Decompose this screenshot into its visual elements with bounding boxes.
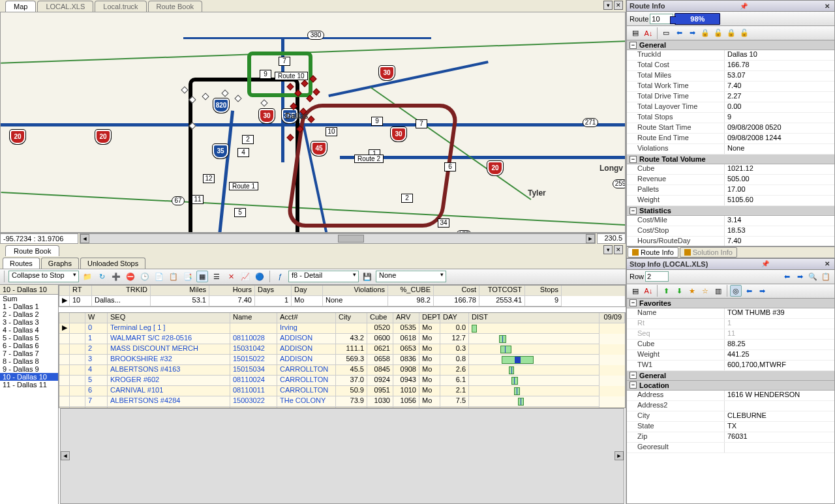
map-canvas[interactable]: 7 9 2 4 10 9 7 1 6 2 34 12 11 5 6 8 Rout… — [0, 12, 626, 233]
next-icon[interactable]: ➡ — [794, 271, 806, 282]
up-icon[interactable]: ⬆ — [660, 285, 672, 297]
col-header[interactable]: TRKID — [92, 286, 151, 296]
window-dropdown-icon[interactable]: ▾ — [603, 1, 613, 10]
close-icon[interactable]: ✕ — [823, 3, 832, 10]
save-icon[interactable]: 💾 — [361, 271, 373, 282]
table-row[interactable]: 2MASS DISCOUNT MERCH15031042ADDISON111.1… — [59, 344, 625, 355]
prop-row[interactable]: Address2 — [627, 401, 834, 411]
prop-row[interactable]: Total Layover Time0.00 — [627, 102, 834, 113]
prop-row[interactable]: Total Work Time7.40 — [627, 82, 834, 92]
lock-icon[interactable]: 🔒 — [725, 27, 737, 39]
stop-marker[interactable]: 7 — [279, 57, 290, 66]
prev-icon[interactable]: ⬅ — [781, 271, 793, 282]
down-icon[interactable]: ⬇ — [673, 285, 685, 297]
route-list-item[interactable]: 1 - Dallas 1 — [0, 303, 58, 310]
prop-section[interactable]: −Route Total Volume — [627, 155, 834, 164]
stop-marker[interactable]: 11 — [192, 195, 204, 204]
table-row[interactable]: 3BROOKSHIRE #3215015022ADDISON569.306580… — [59, 355, 625, 365]
paste-icon[interactable]: 📋 — [820, 271, 832, 282]
prop-row[interactable]: Rt1 — [627, 319, 834, 329]
search-icon[interactable]: 🔍 — [807, 271, 819, 282]
delete-icon[interactable]: ✕ — [225, 271, 237, 282]
col-header[interactable]: Cost — [434, 286, 479, 296]
close-icon[interactable]: ✕ — [614, 245, 623, 254]
collapse-select[interactable]: Collapse to Stop — [8, 271, 79, 282]
prop-row[interactable]: TW1600,1700,MTWRF — [627, 361, 834, 371]
table-row[interactable]: 5KROGER #60208110024CARROLLTON37.0092409… — [59, 376, 625, 386]
prop-row[interactable]: Seq11 — [627, 329, 834, 340]
route-list-item[interactable]: 9 - Dallas 9 — [0, 365, 58, 373]
prop-row[interactable]: ViolationsNone — [627, 144, 834, 155]
tab-route-info[interactable]: Route Info — [628, 247, 678, 258]
prop-row[interactable]: Total Cost166.78 — [627, 61, 834, 71]
lock-icon[interactable]: 🔒 — [699, 27, 711, 39]
remove-icon[interactable]: ⛔ — [125, 271, 136, 282]
prop-row[interactable]: Weight5105.60 — [627, 196, 834, 206]
prop-row[interactable]: Hours/RouteDay7.40 — [627, 237, 834, 246]
prop-row[interactable]: Route Start Time09/08/2008 0520 — [627, 123, 834, 134]
categorize-icon[interactable]: ▤ — [630, 27, 641, 39]
doc-icon[interactable]: 📄 — [153, 271, 165, 282]
prop-row[interactable]: Pallets17.00 — [627, 185, 834, 196]
route-list-item[interactable]: 10 - Dallas 10 — [0, 373, 58, 381]
route-list-item[interactable]: 11 - Dallas 11 — [0, 381, 58, 389]
summary-grid[interactable]: RTTRKIDMilesHoursDaysDayViolations%_CUBE… — [59, 285, 626, 307]
col-header[interactable]: Stops — [525, 286, 562, 296]
prop-row[interactable]: Georesult — [627, 443, 834, 453]
clock-icon[interactable]: 🕒 — [139, 271, 151, 282]
prop-section[interactable]: −Statistics — [627, 206, 834, 216]
chart-icon[interactable]: 📈 — [239, 271, 251, 282]
sort-icon[interactable]: A↓ — [643, 285, 654, 297]
prop-row[interactable]: Total Miles53.07 — [627, 71, 834, 82]
pin-icon[interactable]: 📌 — [738, 3, 750, 10]
col-header[interactable]: Day — [292, 286, 323, 296]
col-header[interactable]: Days — [255, 286, 292, 296]
report-icon[interactable]: 📑 — [182, 271, 194, 282]
close-icon[interactable]: ✕ — [823, 260, 832, 267]
page-icon[interactable]: ▭ — [660, 27, 672, 39]
tab-routebook[interactable]: Route Book — [148, 1, 202, 12]
col-header[interactable]: City — [336, 313, 367, 323]
target-icon[interactable]: ◎ — [730, 285, 742, 297]
prop-row[interactable]: Route End Time09/08/2008 1244 — [627, 134, 834, 144]
table-row[interactable]: ▶0Terminal Leg [ 1 ]Irving05200535Mo0.0 — [59, 323, 625, 334]
prop-row[interactable]: Total Stops9 — [627, 113, 834, 123]
window-dropdown-icon[interactable]: ▾ — [603, 245, 613, 254]
route-list-item[interactable]: Sum — [0, 295, 58, 303]
tab-map[interactable]: Map — [5, 1, 36, 12]
route-list-item[interactable]: 5 - Dallas 5 — [0, 334, 58, 342]
scroll-left-icon[interactable]: ◄ — [61, 451, 70, 460]
stop-marker[interactable]: 4 — [237, 148, 249, 157]
subtab-unloaded[interactable]: Unloaded Stops — [80, 258, 145, 269]
stop-marker[interactable]: 9 — [260, 70, 271, 79]
col-header[interactable]: DAY — [440, 313, 469, 323]
col-header[interactable]: %_CUBE — [388, 286, 434, 296]
star-icon[interactable]: ★ — [686, 285, 698, 297]
col-header[interactable]: SEQ — [108, 313, 230, 323]
stop-marker[interactable]: 7 — [416, 119, 427, 128]
route-list-item[interactable]: 3 - Dallas 3 — [0, 318, 58, 326]
col-header[interactable]: Hours — [209, 286, 255, 296]
tab-solution-info[interactable]: Solution Info — [680, 247, 737, 258]
prop-section[interactable]: −General — [627, 371, 834, 381]
subtab-graphs[interactable]: Graphs — [41, 258, 79, 269]
folder-icon[interactable]: 📁 — [82, 271, 93, 282]
tab-routebook-lower[interactable]: Route Book — [5, 245, 59, 256]
prop-row[interactable]: TruckIdDallas 10 — [627, 50, 834, 61]
none-select[interactable]: None — [376, 271, 446, 282]
stop-marker[interactable]: 34 — [438, 218, 449, 228]
prop-row[interactable]: Cost/Mile3.14 — [627, 216, 834, 226]
unlock-icon[interactable]: 🔓 — [712, 27, 724, 39]
col-header[interactable]: RT — [70, 286, 92, 296]
route-list-item[interactable]: 2 - Dallas 2 — [0, 310, 58, 318]
grid-icon[interactable]: ▦ — [196, 271, 208, 282]
next-icon[interactable]: ➡ — [756, 285, 768, 297]
route-list-item[interactable]: 4 - Dallas 4 — [0, 326, 58, 334]
route-info-props[interactable]: −GeneralTruckIdDallas 10Total Cost166.78… — [626, 40, 835, 246]
col-header[interactable]: Violations — [323, 286, 388, 296]
tab-localxls[interactable]: LOCAL.XLS — [37, 1, 93, 12]
route-list-item[interactable]: 8 - Dallas 8 — [0, 357, 58, 365]
refresh-icon[interactable]: ↻ — [96, 271, 108, 282]
stop-marker[interactable]: 9 — [371, 117, 383, 126]
col-header[interactable]: ARV — [393, 313, 419, 323]
